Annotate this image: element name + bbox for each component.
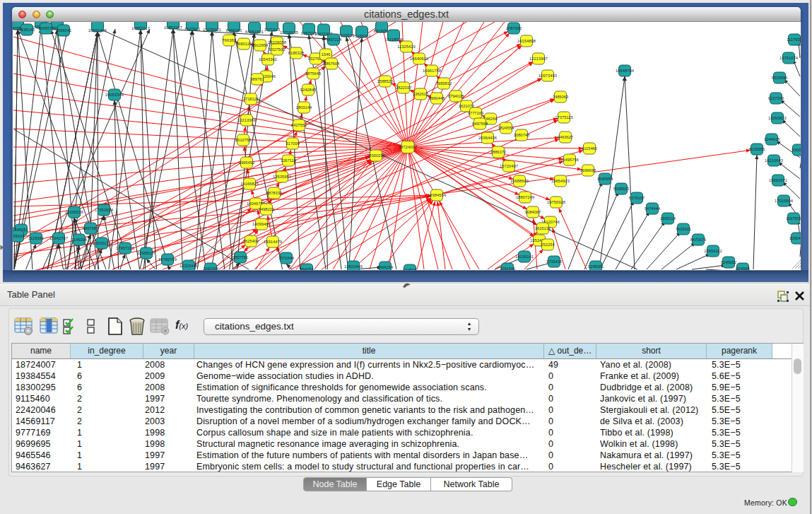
svg-text:1006453: 1006453 [789, 236, 801, 240]
svg-text:1965492: 1965492 [239, 160, 255, 165]
svg-text:12093822: 12093822 [768, 116, 787, 120]
svg-text:2718126: 2718126 [243, 97, 259, 101]
svg-text:17375115: 17375115 [555, 115, 572, 119]
svg-text:8660124: 8660124 [236, 42, 252, 46]
svg-text:8471676: 8471676 [690, 238, 707, 242]
svg-text:20206536: 20206536 [65, 210, 83, 214]
svg-text:9115460: 9115460 [582, 146, 597, 151]
svg-text:20364436: 20364436 [478, 136, 497, 140]
svg-text:10654112: 10654112 [704, 249, 722, 253]
svg-text:10958107: 10958107 [137, 251, 155, 255]
svg-text:16495756: 16495756 [560, 158, 579, 162]
svg-text:19384554: 19384554 [428, 193, 447, 197]
svg-text:12323446: 12323446 [180, 264, 198, 268]
svg-text:9227343: 9227343 [768, 96, 784, 100]
svg-text:19166825: 19166825 [240, 182, 259, 186]
svg-text:16154808: 16154808 [517, 39, 536, 43]
svg-text:1115682: 1115682 [28, 236, 44, 240]
svg-text:839154: 839154 [13, 234, 25, 238]
svg-text:317006: 317006 [286, 141, 299, 146]
svg-text:9857791: 9857791 [233, 255, 249, 259]
svg-text:17353924: 17353924 [95, 208, 114, 212]
svg-text:1605572: 1605572 [38, 26, 54, 30]
svg-text:16961758: 16961758 [423, 69, 441, 73]
svg-text:16914479: 16914479 [264, 240, 282, 244]
svg-text:15720407: 15720407 [500, 164, 518, 168]
svg-text:6497568: 6497568 [472, 122, 488, 126]
svg-text:1292344: 1292344 [203, 267, 219, 270]
svg-text:9327503: 9327503 [269, 47, 286, 52]
svg-text:766382: 766382 [222, 38, 235, 42]
svg-text:64661601: 64661601 [245, 30, 264, 34]
svg-text:16853217: 16853217 [131, 26, 150, 30]
svg-text:7625402: 7625402 [243, 239, 259, 243]
svg-text:530953: 530953 [792, 148, 801, 152]
svg-text:19654923: 19654923 [551, 179, 570, 183]
svg-text:1244418: 1244418 [764, 137, 780, 141]
svg-text:12505135: 12505135 [93, 241, 111, 245]
svg-text:10719135: 10719135 [280, 30, 298, 35]
svg-text:28053346: 28053346 [105, 93, 124, 97]
svg-text:10853267: 10853267 [164, 25, 182, 30]
svg-text:989761: 989761 [250, 77, 264, 81]
svg-text:2535145: 2535145 [19, 28, 35, 32]
svg-text:20691406: 20691406 [88, 28, 107, 33]
svg-text:3267110: 3267110 [281, 158, 296, 163]
svg-text:1362615: 1362615 [413, 92, 429, 96]
svg-text:252254: 252254 [541, 243, 555, 247]
svg-text:3498222: 3498222 [259, 207, 275, 211]
svg-text:1145194: 1145194 [71, 238, 88, 242]
svg-text:2867608: 2867608 [324, 62, 340, 66]
svg-text:9699695: 9699695 [580, 168, 596, 173]
svg-text:7632621: 7632621 [676, 227, 692, 231]
svg-text:924565: 924565 [736, 267, 749, 270]
svg-text:14136141: 14136141 [515, 255, 534, 259]
svg-text:9897586: 9897586 [83, 226, 99, 230]
svg-text:19218506: 19218506 [384, 37, 403, 42]
svg-text:1571644: 1571644 [278, 256, 295, 260]
svg-text:12213369: 12213369 [237, 118, 256, 122]
svg-text:15751074: 15751074 [779, 56, 799, 60]
svg-text:10973493: 10973493 [539, 74, 557, 78]
svg-text:1292345: 1292345 [500, 267, 516, 270]
svg-text:9777169: 9777169 [468, 111, 484, 115]
svg-text:1640954: 1640954 [597, 177, 613, 181]
svg-text:7857224: 7857224 [326, 37, 342, 42]
svg-text:9463627: 9463627 [558, 135, 574, 139]
svg-text:1546: 1546 [322, 52, 331, 57]
svg-text:1733426: 1733426 [546, 259, 563, 264]
svg-text:18724007: 18724007 [399, 145, 417, 149]
svg-text:924506: 924506 [403, 268, 416, 270]
svg-text:2069141: 2069141 [56, 28, 72, 33]
svg-text:19756928: 19756928 [547, 200, 565, 204]
svg-text:13535954: 13535954 [273, 175, 292, 179]
svg-text:8427552: 8427552 [291, 123, 307, 127]
svg-text:16782759: 16782759 [158, 257, 177, 262]
svg-text:9474444: 9474444 [645, 206, 661, 211]
svg-text:16648794: 16648794 [616, 69, 635, 73]
svg-text:1615132: 1615132 [535, 226, 551, 230]
svg-text:15276021: 15276021 [203, 28, 221, 32]
svg-text:75155261: 75155261 [353, 34, 371, 38]
svg-text:14099483: 14099483 [252, 222, 271, 226]
svg-text:5938923: 5938923 [613, 187, 630, 191]
svg-text:3875645: 3875645 [305, 71, 322, 76]
svg-text:9245652: 9245652 [721, 260, 737, 264]
svg-text:964254: 964254 [300, 267, 314, 270]
svg-text:2935114: 2935114 [660, 216, 676, 221]
svg-text:12942757: 12942757 [49, 236, 68, 240]
svg-text:16640910: 16640910 [410, 57, 428, 61]
svg-text:1071913: 1071913 [264, 28, 281, 32]
svg-text:10543362: 10543362 [259, 57, 277, 62]
svg-text:1167533: 1167533 [786, 216, 801, 221]
svg-text:6379197: 6379197 [629, 196, 645, 200]
svg-text:1527602: 1527602 [184, 27, 201, 31]
svg-text:12213967: 12213967 [529, 57, 548, 61]
svg-text:15692971: 15692971 [769, 178, 787, 182]
svg-text:3822037: 3822037 [396, 86, 412, 90]
svg-text:7886372: 7886372 [490, 150, 507, 154]
svg-text:6466160: 6466160 [226, 28, 242, 33]
svg-text:2087682: 2087682 [506, 26, 522, 30]
svg-text:11325419: 11325419 [397, 45, 415, 49]
svg-text:9245081: 9245081 [588, 264, 604, 269]
